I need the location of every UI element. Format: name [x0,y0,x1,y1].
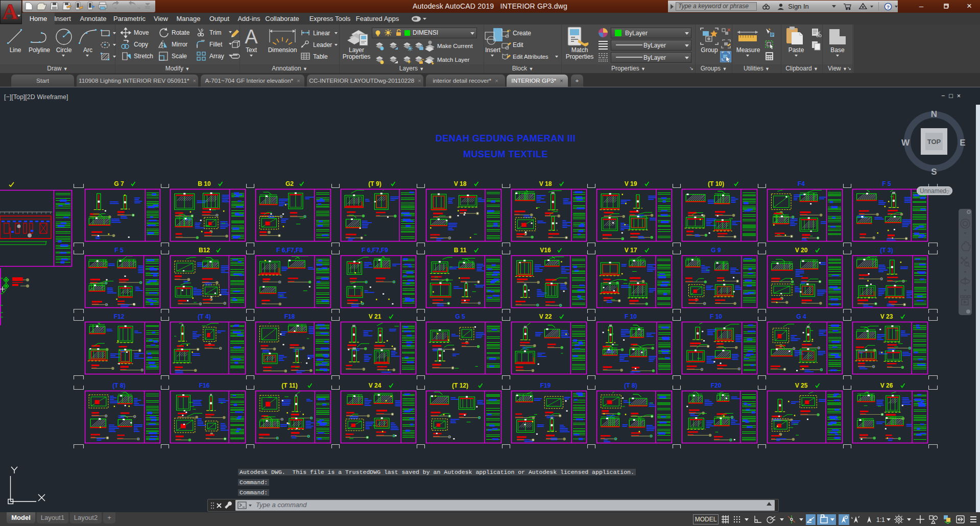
svg-text:F 10: F 10 [710,313,722,320]
svg-text:G 7: G 7 [114,180,124,187]
svg-text:F18: F18 [284,313,295,320]
svg-text:A: A [3,1,18,23]
svg-text:F20: F20 [711,382,722,389]
svg-text:V 20: V 20 [795,247,808,254]
svg-text:F 5: F 5 [114,247,124,254]
svg-text:G2: G2 [285,180,294,187]
svg-text:ByLayer: ByLayer [625,30,648,37]
svg-text:F 6,F7,F9: F 6,F7,F9 [362,247,388,254]
svg-text:V 19: V 19 [625,180,637,187]
svg-text:F 6,F7,F8: F 6,F7,F8 [276,247,303,254]
svg-text:V 25: V 25 [795,382,808,389]
svg-text:V 21: V 21 [369,313,381,320]
svg-text:E: E [960,138,965,148]
svg-text:G 4: G 4 [796,313,806,320]
svg-text:(T 9): (T 9) [368,180,381,187]
svg-text:F 10: F 10 [625,313,637,320]
svg-text:(T 8): (T 8) [112,382,125,389]
svg-text:V 23: V 23 [880,313,893,320]
svg-text:ByLayer: ByLayer [643,54,666,61]
svg-text:1:1: 1:1 [876,516,885,523]
svg-text:V 18: V 18 [454,180,467,187]
svg-text:F12: F12 [114,313,125,320]
svg-text:B12: B12 [199,247,210,254]
svg-text:N: N [931,109,937,119]
svg-text:A: A [245,26,258,47]
svg-text:(T 10): (T 10) [708,180,724,187]
svg-text:?: ? [887,4,890,9]
svg-text:(T 4): (T 4) [198,313,210,320]
svg-text:V 22: V 22 [539,313,552,320]
svg-text:V16: V16 [540,247,551,254]
svg-text:(T 11): (T 11) [281,382,297,389]
svg-text:(T 3): (T 3) [880,247,893,254]
svg-text:V 17: V 17 [625,247,637,254]
svg-text:G 9: G 9 [711,247,721,254]
svg-text:ByLayer: ByLayer [643,42,666,49]
svg-text:V 24: V 24 [369,382,381,389]
svg-text:(T 8): (T 8) [624,382,637,389]
svg-text:V 26: V 26 [880,382,893,389]
svg-text:V 18: V 18 [539,180,552,187]
svg-text:F19: F19 [540,382,551,389]
svg-text:G 5: G 5 [455,313,465,320]
svg-text:TOP: TOP [927,138,941,146]
svg-text:(T 12): (T 12) [452,382,468,389]
svg-text:F 5: F 5 [882,180,891,187]
svg-text:W: W [901,138,910,148]
svg-text:F4: F4 [798,180,805,187]
svg-text:B 10: B 10 [198,180,211,187]
svg-text:B 11: B 11 [454,247,467,254]
svg-text:S: S [931,167,937,177]
svg-text:F16: F16 [199,382,210,389]
